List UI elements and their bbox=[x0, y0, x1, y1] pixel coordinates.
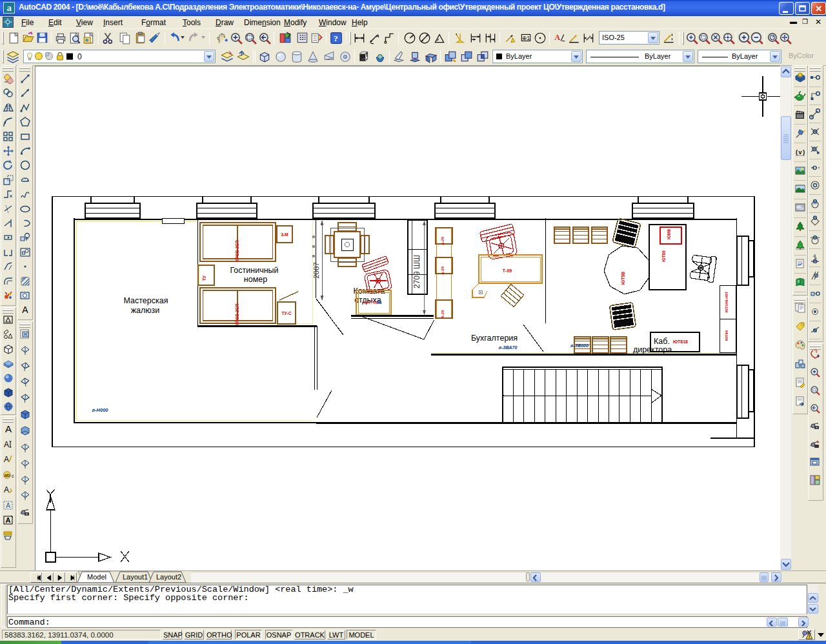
svg-text:в-Н000: в-Н000 bbox=[92, 407, 109, 413]
svg-text:ЮТ818: ЮТ818 bbox=[673, 339, 688, 344]
svg-text:A: A bbox=[5, 423, 12, 434]
svg-text:А-25: А-25 bbox=[441, 236, 445, 245]
svg-text:0: 0 bbox=[77, 52, 82, 61]
svg-text:c: c bbox=[12, 474, 14, 478]
svg-text:ЮТ84: ЮТ84 bbox=[725, 330, 729, 341]
svg-text:A: A bbox=[4, 485, 9, 494]
svg-text:а4979в: а4979в bbox=[363, 300, 378, 305]
svg-text:Каб.: Каб. bbox=[654, 337, 670, 346]
svg-text:ЮТ06: ЮТ06 bbox=[661, 250, 666, 262]
svg-text:Гостиничный: Гостиничный bbox=[230, 266, 278, 275]
svg-text:ЮТ049+ЮТ: ЮТ049+ЮТ bbox=[725, 291, 729, 312]
svg-text:Т-09: Т-09 bbox=[503, 268, 512, 273]
svg-text:ТУ: ТУ bbox=[202, 275, 206, 281]
svg-text:ab: ab bbox=[5, 472, 10, 478]
svg-text:в-ЗВА70: в-ЗВА70 bbox=[499, 345, 518, 350]
svg-text:2087: 2087 bbox=[312, 262, 320, 279]
svg-text:A: A bbox=[554, 33, 560, 42]
svg-text:номер: номер bbox=[244, 275, 267, 284]
svg-text:Layout1: Layout1 bbox=[123, 573, 148, 581]
svg-text:КРОВ-2СП: КРОВ-2СП bbox=[235, 304, 239, 325]
svg-text:Бухгалтерия: Бухгалтерия bbox=[471, 334, 518, 343]
svg-text:А-25: А-25 bbox=[441, 310, 445, 319]
svg-text:2709 ШШ: 2709 ШШ bbox=[412, 255, 421, 288]
svg-text:Layout2: Layout2 bbox=[156, 573, 181, 581]
svg-text:ЮТ5В: ЮТ5В bbox=[621, 272, 625, 285]
svg-text:(v): (v) bbox=[795, 150, 805, 156]
svg-text:Мастерская: Мастерская bbox=[124, 296, 168, 305]
svg-text:в-ЗВ000: в-ЗВ000 bbox=[570, 343, 589, 348]
svg-text:A: A bbox=[22, 305, 28, 315]
svg-text:A: A bbox=[4, 440, 9, 449]
svg-text:Model: Model bbox=[87, 573, 106, 581]
svg-text:3-М: 3-М bbox=[281, 232, 288, 237]
svg-text:ТУ-С: ТУ-С bbox=[282, 311, 292, 316]
svg-text:КРОВ-2СП: КРОВ-2СП bbox=[235, 240, 239, 261]
svg-text:A: A bbox=[4, 455, 9, 464]
svg-text:директора: директора bbox=[633, 345, 672, 354]
svg-text:А-25: А-25 bbox=[441, 266, 445, 275]
svg-text:ЮМ8: ЮМ8 bbox=[667, 229, 671, 239]
svg-text:⊕1: ⊕1 bbox=[522, 35, 530, 41]
svg-text:жалюзи: жалюзи bbox=[131, 306, 160, 315]
svg-text:?: ? bbox=[334, 34, 338, 43]
svg-text:8в: 8в bbox=[377, 300, 382, 305]
svg-text:A: A bbox=[6, 502, 10, 509]
svg-text:!: ! bbox=[809, 634, 811, 639]
svg-text:A: A bbox=[6, 516, 11, 524]
